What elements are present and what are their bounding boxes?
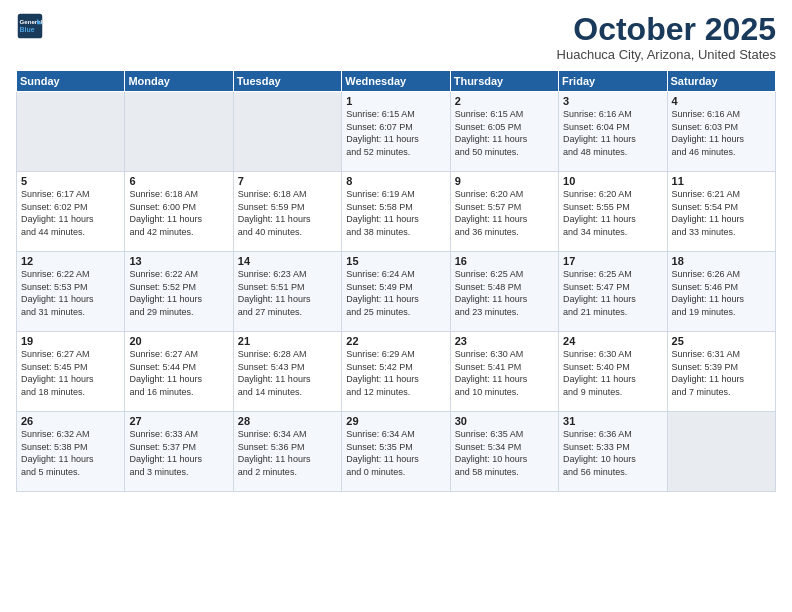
- day-cell: 7Sunrise: 6:18 AMSunset: 5:59 PMDaylight…: [233, 172, 341, 252]
- day-info: and 25 minutes.: [346, 306, 445, 319]
- day-info: Sunset: 5:46 PM: [672, 281, 771, 294]
- day-number: 10: [563, 175, 662, 187]
- day-cell: 27Sunrise: 6:33 AMSunset: 5:37 PMDayligh…: [125, 412, 233, 492]
- day-number: 29: [346, 415, 445, 427]
- day-info: Sunset: 5:44 PM: [129, 361, 228, 374]
- day-info: Daylight: 11 hours: [346, 213, 445, 226]
- day-info: and 23 minutes.: [455, 306, 554, 319]
- day-info: Sunset: 5:48 PM: [455, 281, 554, 294]
- day-info: and 18 minutes.: [21, 386, 120, 399]
- day-cell: 23Sunrise: 6:30 AMSunset: 5:41 PMDayligh…: [450, 332, 558, 412]
- day-cell: 31Sunrise: 6:36 AMSunset: 5:33 PMDayligh…: [559, 412, 667, 492]
- day-info: Sunrise: 6:29 AM: [346, 348, 445, 361]
- day-info: Daylight: 11 hours: [563, 373, 662, 386]
- day-cell: 15Sunrise: 6:24 AMSunset: 5:49 PMDayligh…: [342, 252, 450, 332]
- day-info: and 58 minutes.: [455, 466, 554, 479]
- day-number: 5: [21, 175, 120, 187]
- day-number: 27: [129, 415, 228, 427]
- day-info: Sunset: 5:45 PM: [21, 361, 120, 374]
- day-info: Sunset: 6:02 PM: [21, 201, 120, 214]
- day-info: Daylight: 11 hours: [455, 373, 554, 386]
- day-cell: 24Sunrise: 6:30 AMSunset: 5:40 PMDayligh…: [559, 332, 667, 412]
- day-info: Sunset: 5:55 PM: [563, 201, 662, 214]
- day-info: and 56 minutes.: [563, 466, 662, 479]
- day-info: Sunrise: 6:19 AM: [346, 188, 445, 201]
- day-info: Sunrise: 6:18 AM: [129, 188, 228, 201]
- day-info: Sunrise: 6:26 AM: [672, 268, 771, 281]
- day-info: Sunrise: 6:24 AM: [346, 268, 445, 281]
- day-number: 31: [563, 415, 662, 427]
- day-info: Sunrise: 6:16 AM: [563, 108, 662, 121]
- day-cell: 10Sunrise: 6:20 AMSunset: 5:55 PMDayligh…: [559, 172, 667, 252]
- day-info: Daylight: 11 hours: [563, 213, 662, 226]
- day-number: 20: [129, 335, 228, 347]
- day-info: and 33 minutes.: [672, 226, 771, 239]
- day-info: and 2 minutes.: [238, 466, 337, 479]
- svg-text:Blue: Blue: [20, 26, 35, 33]
- day-info: Daylight: 11 hours: [455, 133, 554, 146]
- day-info: and 0 minutes.: [346, 466, 445, 479]
- day-number: 21: [238, 335, 337, 347]
- day-info: Sunrise: 6:22 AM: [129, 268, 228, 281]
- week-row-0: 1Sunrise: 6:15 AMSunset: 6:07 PMDaylight…: [17, 92, 776, 172]
- day-info: Sunset: 5:37 PM: [129, 441, 228, 454]
- day-cell: 19Sunrise: 6:27 AMSunset: 5:45 PMDayligh…: [17, 332, 125, 412]
- day-info: Sunrise: 6:30 AM: [563, 348, 662, 361]
- page: General Blue October 2025 Huachuca City,…: [0, 0, 792, 612]
- day-info: and 5 minutes.: [21, 466, 120, 479]
- day-info: Sunset: 5:59 PM: [238, 201, 337, 214]
- day-info: and 3 minutes.: [129, 466, 228, 479]
- day-info: Sunset: 5:38 PM: [21, 441, 120, 454]
- day-cell: 16Sunrise: 6:25 AMSunset: 5:48 PMDayligh…: [450, 252, 558, 332]
- day-info: Daylight: 11 hours: [455, 213, 554, 226]
- day-number: 9: [455, 175, 554, 187]
- day-info: Sunset: 5:33 PM: [563, 441, 662, 454]
- day-number: 26: [21, 415, 120, 427]
- day-number: 15: [346, 255, 445, 267]
- day-info: Daylight: 11 hours: [129, 213, 228, 226]
- title-area: October 2025 Huachuca City, Arizona, Uni…: [557, 12, 776, 62]
- day-info: and 38 minutes.: [346, 226, 445, 239]
- day-info: and 44 minutes.: [21, 226, 120, 239]
- logo: General Blue: [16, 12, 44, 40]
- day-info: Sunset: 5:54 PM: [672, 201, 771, 214]
- day-info: Daylight: 11 hours: [455, 293, 554, 306]
- day-info: Daylight: 11 hours: [21, 213, 120, 226]
- day-info: Sunrise: 6:18 AM: [238, 188, 337, 201]
- day-info: Sunrise: 6:16 AM: [672, 108, 771, 121]
- day-number: 24: [563, 335, 662, 347]
- day-cell: 3Sunrise: 6:16 AMSunset: 6:04 PMDaylight…: [559, 92, 667, 172]
- day-info: Sunset: 5:52 PM: [129, 281, 228, 294]
- day-info: and 31 minutes.: [21, 306, 120, 319]
- day-cell: 4Sunrise: 6:16 AMSunset: 6:03 PMDaylight…: [667, 92, 775, 172]
- day-info: and 40 minutes.: [238, 226, 337, 239]
- day-cell: 22Sunrise: 6:29 AMSunset: 5:42 PMDayligh…: [342, 332, 450, 412]
- calendar-table: SundayMondayTuesdayWednesdayThursdayFrid…: [16, 70, 776, 492]
- day-info: Daylight: 11 hours: [346, 293, 445, 306]
- day-cell: 14Sunrise: 6:23 AMSunset: 5:51 PMDayligh…: [233, 252, 341, 332]
- day-info: and 10 minutes.: [455, 386, 554, 399]
- day-info: Sunrise: 6:32 AM: [21, 428, 120, 441]
- day-info: Sunrise: 6:23 AM: [238, 268, 337, 281]
- day-info: Sunset: 5:51 PM: [238, 281, 337, 294]
- day-info: Daylight: 11 hours: [346, 453, 445, 466]
- day-cell: 11Sunrise: 6:21 AMSunset: 5:54 PMDayligh…: [667, 172, 775, 252]
- day-cell: 28Sunrise: 6:34 AMSunset: 5:36 PMDayligh…: [233, 412, 341, 492]
- day-info: Sunset: 6:05 PM: [455, 121, 554, 134]
- day-info: Sunrise: 6:25 AM: [563, 268, 662, 281]
- day-cell: [233, 92, 341, 172]
- day-info: and 21 minutes.: [563, 306, 662, 319]
- day-info: and 14 minutes.: [238, 386, 337, 399]
- day-info: Daylight: 11 hours: [21, 373, 120, 386]
- day-number: 1: [346, 95, 445, 107]
- day-info: and 48 minutes.: [563, 146, 662, 159]
- day-number: 12: [21, 255, 120, 267]
- day-number: 16: [455, 255, 554, 267]
- day-info: Sunset: 5:41 PM: [455, 361, 554, 374]
- day-cell: [667, 412, 775, 492]
- day-info: and 29 minutes.: [129, 306, 228, 319]
- day-info: Daylight: 10 hours: [563, 453, 662, 466]
- day-info: Daylight: 11 hours: [129, 293, 228, 306]
- day-info: Daylight: 10 hours: [455, 453, 554, 466]
- day-cell: 17Sunrise: 6:25 AMSunset: 5:47 PMDayligh…: [559, 252, 667, 332]
